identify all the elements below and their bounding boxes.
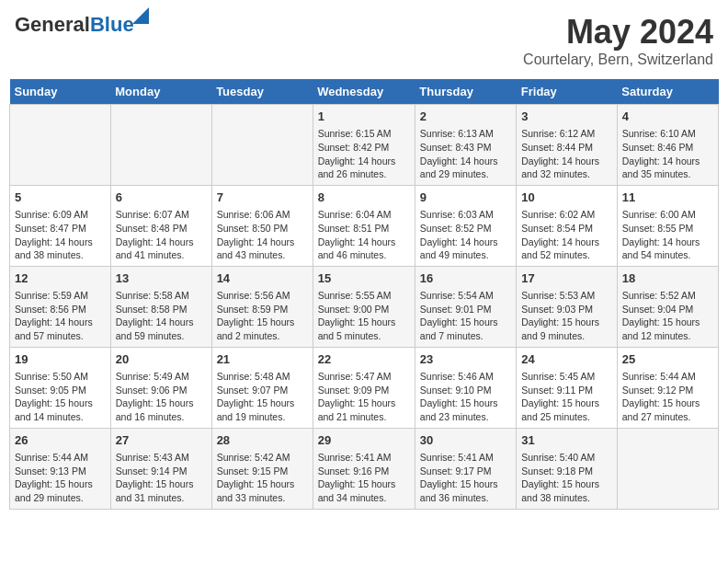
- day-details: Sunrise: 5:56 AM Sunset: 8:59 PM Dayligh…: [217, 289, 308, 343]
- day-number: 7: [217, 190, 308, 206]
- calendar-cell: [10, 105, 111, 186]
- calendar-week-row: 12Sunrise: 5:59 AM Sunset: 8:56 PM Dayli…: [10, 266, 719, 347]
- calendar-cell: 26Sunrise: 5:44 AM Sunset: 9:13 PM Dayli…: [10, 428, 111, 509]
- calendar-cell: 8Sunrise: 6:04 AM Sunset: 8:51 PM Daylig…: [313, 185, 415, 266]
- calendar-cell: 10Sunrise: 6:02 AM Sunset: 8:54 PM Dayli…: [517, 185, 617, 266]
- day-details: Sunrise: 6:02 AM Sunset: 8:54 PM Dayligh…: [521, 208, 611, 262]
- day-details: Sunrise: 6:06 AM Sunset: 8:50 PM Dayligh…: [217, 208, 308, 262]
- title-area: May 2024 Courtelary, Bern, Switzerland: [523, 13, 713, 68]
- month-year-title: May 2024: [523, 13, 713, 52]
- day-number: 8: [318, 190, 410, 206]
- calendar-cell: 24Sunrise: 5:45 AM Sunset: 9:11 PM Dayli…: [517, 347, 617, 428]
- day-details: Sunrise: 5:50 AM Sunset: 9:05 PM Dayligh…: [15, 370, 106, 424]
- header-sunday: Sunday: [10, 79, 111, 105]
- day-details: Sunrise: 6:00 AM Sunset: 8:55 PM Dayligh…: [622, 208, 713, 262]
- day-details: Sunrise: 6:04 AM Sunset: 8:51 PM Dayligh…: [318, 208, 410, 262]
- day-details: Sunrise: 6:09 AM Sunset: 8:47 PM Dayligh…: [15, 208, 106, 262]
- day-details: Sunrise: 6:13 AM Sunset: 8:43 PM Dayligh…: [420, 127, 511, 181]
- calendar-cell: 1Sunrise: 6:15 AM Sunset: 8:42 PM Daylig…: [313, 105, 415, 186]
- calendar-cell: 14Sunrise: 5:56 AM Sunset: 8:59 PM Dayli…: [211, 266, 313, 347]
- day-number: 16: [420, 270, 511, 287]
- day-details: Sunrise: 5:52 AM Sunset: 9:04 PM Dayligh…: [622, 289, 713, 343]
- calendar-cell: 20Sunrise: 5:49 AM Sunset: 9:06 PM Dayli…: [110, 347, 211, 428]
- day-details: Sunrise: 5:58 AM Sunset: 8:58 PM Dayligh…: [116, 289, 207, 343]
- day-details: Sunrise: 5:54 AM Sunset: 9:01 PM Dayligh…: [420, 289, 511, 343]
- day-number: 1: [318, 109, 410, 125]
- calendar-week-row: 1Sunrise: 6:15 AM Sunset: 8:42 PM Daylig…: [10, 105, 719, 186]
- day-number: 9: [420, 190, 511, 206]
- calendar-cell: 9Sunrise: 6:03 AM Sunset: 8:52 PM Daylig…: [415, 185, 516, 266]
- calendar-cell: 23Sunrise: 5:46 AM Sunset: 9:10 PM Dayli…: [415, 347, 516, 428]
- calendar-cell: [211, 105, 313, 186]
- calendar-cell: 13Sunrise: 5:58 AM Sunset: 8:58 PM Dayli…: [110, 266, 211, 347]
- day-number: 21: [217, 351, 308, 368]
- day-details: Sunrise: 6:12 AM Sunset: 8:44 PM Dayligh…: [521, 127, 611, 181]
- day-details: Sunrise: 5:48 AM Sunset: 9:07 PM Dayligh…: [217, 370, 308, 424]
- day-number: 31: [521, 432, 611, 449]
- day-number: 29: [318, 432, 410, 449]
- header-wednesday: Wednesday: [313, 79, 415, 105]
- calendar-cell: 15Sunrise: 5:55 AM Sunset: 9:00 PM Dayli…: [313, 266, 415, 347]
- day-number: 14: [217, 270, 308, 287]
- day-number: 17: [521, 270, 611, 287]
- day-number: 4: [622, 109, 713, 125]
- day-details: Sunrise: 5:44 AM Sunset: 9:12 PM Dayligh…: [622, 370, 713, 424]
- calendar-cell: 3Sunrise: 6:12 AM Sunset: 8:44 PM Daylig…: [517, 105, 617, 186]
- header-monday: Monday: [110, 79, 211, 105]
- day-number: 30: [420, 432, 511, 449]
- day-details: Sunrise: 5:43 AM Sunset: 9:14 PM Dayligh…: [116, 451, 207, 505]
- day-number: 23: [420, 351, 511, 368]
- day-details: Sunrise: 5:44 AM Sunset: 9:13 PM Dayligh…: [15, 451, 106, 505]
- calendar-cell: 17Sunrise: 5:53 AM Sunset: 9:03 PM Dayli…: [517, 266, 617, 347]
- day-details: Sunrise: 6:10 AM Sunset: 8:46 PM Dayligh…: [622, 127, 713, 181]
- calendar-cell: 11Sunrise: 6:00 AM Sunset: 8:55 PM Dayli…: [617, 185, 718, 266]
- day-number: 27: [116, 432, 207, 449]
- day-number: 25: [622, 351, 713, 368]
- day-number: 24: [521, 351, 611, 368]
- day-details: Sunrise: 5:55 AM Sunset: 9:00 PM Dayligh…: [318, 289, 410, 343]
- day-details: Sunrise: 5:45 AM Sunset: 9:11 PM Dayligh…: [521, 370, 611, 424]
- day-details: Sunrise: 5:41 AM Sunset: 9:16 PM Dayligh…: [318, 451, 410, 505]
- day-number: 5: [15, 190, 106, 206]
- day-number: 19: [15, 351, 106, 368]
- day-details: Sunrise: 5:41 AM Sunset: 9:17 PM Dayligh…: [420, 451, 511, 505]
- calendar-week-row: 26Sunrise: 5:44 AM Sunset: 9:13 PM Dayli…: [10, 428, 719, 509]
- day-number: 6: [116, 190, 207, 206]
- calendar-cell: 7Sunrise: 6:06 AM Sunset: 8:50 PM Daylig…: [211, 185, 313, 266]
- day-number: 20: [116, 351, 207, 368]
- day-details: Sunrise: 6:07 AM Sunset: 8:48 PM Dayligh…: [116, 208, 207, 262]
- calendar-cell: 19Sunrise: 5:50 AM Sunset: 9:05 PM Dayli…: [10, 347, 111, 428]
- calendar-cell: 16Sunrise: 5:54 AM Sunset: 9:01 PM Dayli…: [415, 266, 516, 347]
- logo-arrow-icon: [132, 7, 149, 24]
- calendar-table: Sunday Monday Tuesday Wednesday Thursday…: [9, 79, 719, 510]
- calendar-cell: 22Sunrise: 5:47 AM Sunset: 9:09 PM Dayli…: [313, 347, 415, 428]
- calendar-cell: 5Sunrise: 6:09 AM Sunset: 8:47 PM Daylig…: [10, 185, 111, 266]
- day-number: 2: [420, 109, 511, 125]
- location-subtitle: Courtelary, Bern, Switzerland: [523, 52, 713, 68]
- day-number: 28: [217, 432, 308, 449]
- calendar-cell: [110, 105, 211, 186]
- calendar-cell: 18Sunrise: 5:52 AM Sunset: 9:04 PM Dayli…: [617, 266, 718, 347]
- day-number: 22: [318, 351, 410, 368]
- calendar-header-row: Sunday Monday Tuesday Wednesday Thursday…: [10, 79, 719, 105]
- logo-general: General: [15, 13, 90, 37]
- day-details: Sunrise: 5:59 AM Sunset: 8:56 PM Dayligh…: [15, 289, 106, 343]
- calendar-body: 1Sunrise: 6:15 AM Sunset: 8:42 PM Daylig…: [10, 105, 719, 510]
- header-friday: Friday: [517, 79, 617, 105]
- day-details: Sunrise: 6:15 AM Sunset: 8:42 PM Dayligh…: [318, 127, 410, 181]
- day-number: 18: [622, 270, 713, 287]
- calendar-cell: 21Sunrise: 5:48 AM Sunset: 9:07 PM Dayli…: [211, 347, 313, 428]
- day-details: Sunrise: 5:49 AM Sunset: 9:06 PM Dayligh…: [116, 370, 207, 424]
- day-details: Sunrise: 5:46 AM Sunset: 9:10 PM Dayligh…: [420, 370, 511, 424]
- calendar-week-row: 5Sunrise: 6:09 AM Sunset: 8:47 PM Daylig…: [10, 185, 719, 266]
- page-header: General Blue May 2024 Courtelary, Bern, …: [9, 9, 719, 72]
- logo-blue: Blue: [90, 13, 134, 37]
- day-details: Sunrise: 5:47 AM Sunset: 9:09 PM Dayligh…: [318, 370, 410, 424]
- day-details: Sunrise: 6:03 AM Sunset: 8:52 PM Dayligh…: [420, 208, 511, 262]
- day-number: 13: [116, 270, 207, 287]
- calendar-cell: 6Sunrise: 6:07 AM Sunset: 8:48 PM Daylig…: [110, 185, 211, 266]
- header-tuesday: Tuesday: [211, 79, 313, 105]
- day-details: Sunrise: 5:40 AM Sunset: 9:18 PM Dayligh…: [521, 451, 611, 505]
- header-saturday: Saturday: [617, 79, 718, 105]
- day-number: 26: [15, 432, 106, 449]
